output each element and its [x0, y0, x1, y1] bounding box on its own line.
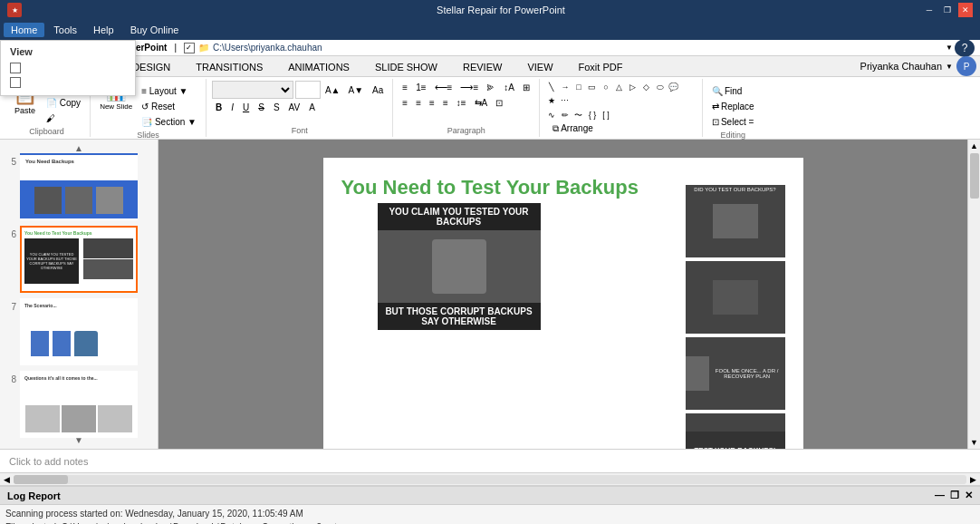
tab-view[interactable]: VIEW — [515, 57, 564, 76]
align-left-btn[interactable]: ≡ — [399, 96, 411, 110]
shape-scribble[interactable]: 〜 — [572, 109, 585, 121]
underline-btn[interactable]: U — [239, 101, 253, 114]
section-button[interactable]: 📑 Section ▼ — [138, 115, 200, 129]
align-right-btn[interactable]: ≡ — [426, 96, 438, 110]
shape-callout[interactable]: 💬 — [668, 81, 680, 93]
find-btn[interactable]: 🔍 Find — [708, 84, 758, 98]
shape-rect[interactable]: □ — [572, 81, 585, 93]
tab-animations[interactable]: ANIMATIONS — [276, 57, 361, 76]
font-color-btn[interactable]: A — [305, 101, 319, 114]
shape-cylinder[interactable]: ⬭ — [654, 81, 667, 93]
slide-img-7[interactable]: The Scenario... — [20, 298, 138, 365]
shape-star[interactable]: ★ — [545, 94, 558, 107]
slide-thumb-7[interactable]: 7 The Scenario... — [4, 298, 154, 365]
shape-arrow[interactable]: → — [559, 81, 572, 93]
format-painter-button[interactable]: 🖌 — [43, 112, 84, 125]
log-minimize-btn[interactable]: — — [935, 490, 945, 501]
italic-btn[interactable]: I — [227, 101, 237, 114]
shape-eq[interactable]: { } — [586, 109, 599, 121]
undo2-button[interactable]: ↩ — [880, 39, 900, 57]
shape-freeform[interactable]: ✏ — [559, 109, 572, 121]
chevron-down-icon[interactable]: ▼ — [946, 63, 953, 71]
status-bar-item[interactable]: ✓ Status Bar — [10, 61, 126, 75]
shape-tri[interactable]: △ — [613, 81, 626, 93]
copy-button[interactable]: 📄 Copy — [43, 96, 84, 110]
redo-button[interactable]: ↩ — [902, 39, 922, 57]
tab-review[interactable]: REVIEW — [451, 57, 514, 76]
scroll-down-arrow[interactable]: ▼ — [968, 436, 980, 449]
shape-more[interactable]: ⋯ — [559, 94, 572, 107]
text-direction-btn[interactable]: ⇆A — [471, 96, 492, 110]
cols-btn[interactable]: ⫸ — [483, 81, 499, 94]
log-close-btn[interactable]: ✕ — [965, 490, 973, 501]
slide-thumb-5[interactable]: 5 You Need Backups — [4, 153, 154, 220]
layout-button[interactable]: ≡ Layout ▼ — [138, 84, 200, 98]
slide-thumb-8[interactable]: 8 Questions it's all it comes to the... — [4, 371, 154, 438]
tab-transitions[interactable]: TRANSITIONS — [184, 57, 274, 76]
shape-brkt[interactable]: [ ] — [600, 109, 612, 121]
menu-tools[interactable]: Tools — [46, 23, 84, 37]
slide-img-6[interactable]: You Need to Test Your Backups YOU CLAIM … — [20, 226, 138, 293]
tab-slideshow[interactable]: SLIDE SHOW — [363, 57, 449, 76]
font-family-select[interactable] — [212, 81, 293, 99]
clear-format-btn[interactable]: Aa — [369, 83, 387, 97]
scroll-track[interactable] — [968, 152, 980, 436]
tab-foxit[interactable]: Foxit PDF — [567, 57, 635, 76]
shape-diamond[interactable]: ◇ — [640, 81, 653, 93]
strikethrough-btn[interactable]: S — [255, 101, 268, 114]
reset-button[interactable]: ↺ Reset — [138, 100, 200, 113]
menu-help[interactable]: Help — [86, 23, 121, 37]
notes-bar[interactable]: Click to add notes — [0, 449, 980, 472]
status-bar-checkbox[interactable]: ✓ — [10, 63, 21, 73]
menu-home[interactable]: Home — [4, 23, 44, 37]
shape-oval[interactable]: ○ — [600, 81, 612, 93]
slide-img-8[interactable]: Questions it's all it comes to the... — [20, 371, 138, 438]
shadow-btn[interactable]: S — [270, 101, 283, 114]
line-spacing-btn[interactable]: ↕≡ — [453, 96, 470, 110]
h-scroll-thumb[interactable] — [14, 475, 68, 484]
smartart-btn[interactable]: ⊡ — [492, 96, 506, 110]
help-qa-button[interactable]: ? — [955, 39, 975, 57]
numbering-btn[interactable]: 1≡ — [412, 81, 429, 94]
message-log-item[interactable]: ✓ Message Log — [10, 75, 126, 90]
decrease-indent-btn[interactable]: ⟵≡ — [431, 81, 456, 94]
tree-file-checkbox[interactable]: ✓ — [184, 43, 195, 53]
arrange-btn[interactable]: ⧉ Arrange — [549, 121, 634, 136]
scroll-right-arrow[interactable]: ▶ — [968, 475, 978, 484]
align-center-btn[interactable]: ≡ — [412, 96, 425, 110]
scroll-up-arrow[interactable]: ▲ — [968, 140, 980, 152]
close-button[interactable]: ✕ — [958, 3, 973, 17]
replace-btn[interactable]: ⇄ Replace — [708, 100, 758, 113]
minimize-button[interactable]: ─ — [922, 3, 937, 17]
font-size-input[interactable] — [295, 81, 321, 99]
select-btn[interactable]: ⊡ Select = — [708, 115, 758, 129]
log-restore-btn[interactable]: ❐ — [950, 490, 959, 501]
direction-btn[interactable]: ↕A — [500, 81, 518, 94]
scroll-thumb[interactable] — [970, 153, 979, 199]
horizontal-scrollbar[interactable]: ◀ ▶ — [0, 472, 980, 485]
slide-thumb-6[interactable]: 6 You Need to Test Your Backups YOU CLAI… — [4, 226, 154, 293]
bullets-btn[interactable]: ≡ — [399, 81, 411, 94]
settings-button[interactable]: ⚙ — [924, 39, 944, 57]
bold-btn[interactable]: B — [212, 101, 226, 114]
menu-buy-online[interactable]: Buy Online — [123, 23, 187, 37]
shape-curve[interactable]: ∿ — [545, 109, 558, 121]
dropdown-arrow[interactable]: ▼ — [946, 44, 953, 52]
h-scroll-track[interactable] — [14, 475, 966, 484]
scroll-left-arrow[interactable]: ◀ — [2, 475, 12, 484]
slide-img-5[interactable]: You Need Backups — [20, 153, 138, 220]
shape-line[interactable]: ╲ — [545, 81, 558, 93]
vertical-scrollbar[interactable]: ▲ ▼ — [967, 140, 980, 449]
increase-indent-btn[interactable]: ⟶≡ — [456, 81, 482, 94]
decrease-font-btn[interactable]: A▼ — [345, 81, 368, 99]
increase-font-btn[interactable]: A▲ — [322, 81, 344, 99]
spacing-btn[interactable]: AV — [285, 101, 304, 114]
shape-rtri[interactable]: ▷ — [627, 81, 639, 93]
scroll-down-btn[interactable]: ▼ — [4, 435, 154, 445]
slide-content[interactable]: You Need to Test Your Backups YOU CLAIM … — [323, 158, 803, 449]
scroll-up-btn[interactable]: ▲ — [4, 143, 154, 153]
shape-rounded[interactable]: ▭ — [586, 81, 599, 93]
convert-btn[interactable]: ⊞ — [519, 81, 533, 94]
restore-button[interactable]: ❐ — [940, 3, 955, 17]
undo-button[interactable]: ↩ — [859, 39, 879, 57]
